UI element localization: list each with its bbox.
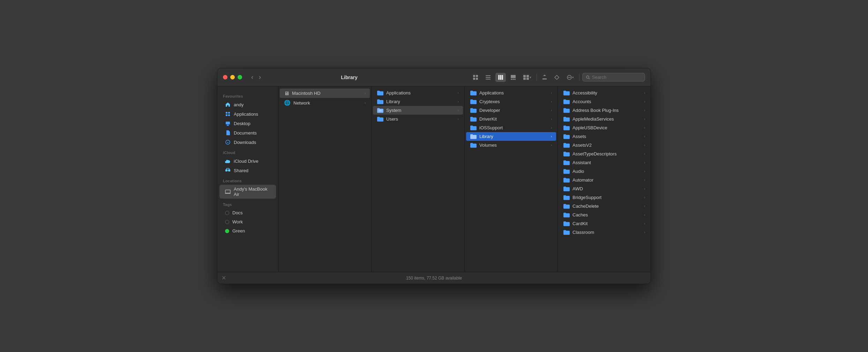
- sidebar-item-andy[interactable]: andy: [219, 100, 276, 109]
- view-columns-button[interactable]: [495, 73, 506, 82]
- file-item-audio[interactable]: Audio ›: [559, 167, 649, 176]
- file-item-assetsv2[interactable]: AssetsV2 ›: [559, 141, 649, 150]
- sidebar-label-desktop: Desktop: [234, 121, 250, 126]
- sidebar-item-applications[interactable]: Applications: [219, 109, 276, 118]
- file-item-applications[interactable]: Applications ›: [373, 89, 463, 97]
- group-button[interactable]: ▾: [521, 73, 534, 82]
- file-item-assettypedesc[interactable]: AssetTypeDescriptors ›: [559, 150, 649, 158]
- folder-icon: [563, 169, 570, 174]
- sidebar-label-applications: Applications: [234, 112, 258, 117]
- divider2: [579, 74, 579, 81]
- status-text: 150 items, 77.52 GB available: [406, 276, 462, 281]
- sidebar-item-downloads[interactable]: Downloads: [219, 138, 276, 147]
- file-item-assets[interactable]: Assets ›: [559, 132, 649, 141]
- sidebar-item-macbook[interactable]: Andy's MacBook Air: [219, 185, 276, 199]
- sidebar-label-docs: Docs: [232, 210, 243, 215]
- file-item-col3-library[interactable]: Library ›: [466, 132, 556, 141]
- sidebar-item-docs-tag[interactable]: Docs: [219, 208, 276, 217]
- file-item-automator[interactable]: Automator ›: [559, 176, 649, 184]
- file-label-developer: Developer: [479, 108, 500, 113]
- zoom-button[interactable]: [238, 75, 242, 79]
- file-item-developer[interactable]: Developer ›: [466, 106, 556, 115]
- file-label-bridgesupport: BridgeSupport: [573, 195, 601, 200]
- view-gallery-button[interactable]: [508, 73, 518, 82]
- main-content: Favourites andy Applications: [217, 86, 651, 272]
- sidebar-item-work-tag[interactable]: Work: [219, 217, 276, 226]
- svg-rect-25: [228, 112, 230, 114]
- tag-button[interactable]: [552, 73, 562, 82]
- sidebar-section-icloud: iCloud: [217, 147, 278, 156]
- titlebar: ‹ › Library: [217, 68, 651, 86]
- chevron-icon: ›: [644, 178, 645, 182]
- home-icon: [225, 102, 231, 107]
- file-item-cryptexes[interactable]: Cryptexes ›: [466, 97, 556, 106]
- file-label-assets: Assets: [573, 134, 586, 139]
- share-button[interactable]: [540, 72, 549, 82]
- column-4: Accessibility › Accounts › Address Book …: [558, 86, 651, 272]
- file-label-assettypedesc: AssetTypeDescriptors: [573, 151, 616, 156]
- hdd-icon-glyph: 🖥: [284, 90, 289, 96]
- file-item-system[interactable]: System ›: [373, 106, 463, 115]
- svg-rect-24: [226, 112, 227, 114]
- close-button[interactable]: [223, 75, 227, 79]
- file-label-caches: Caches: [573, 212, 588, 217]
- status-close-button[interactable]: ✕: [222, 275, 226, 281]
- svg-rect-4: [486, 75, 491, 76]
- chevron-icon-2: ›: [365, 101, 366, 105]
- back-button[interactable]: ‹: [249, 72, 255, 82]
- forward-button[interactable]: ›: [257, 72, 263, 82]
- sidebar-item-shared[interactable]: Shared: [219, 166, 276, 175]
- svg-point-19: [568, 77, 569, 77]
- file-item-bridgesupport[interactable]: BridgeSupport ›: [559, 193, 649, 202]
- downloads-icon: [225, 139, 231, 145]
- folder-icon-selected: [470, 134, 477, 139]
- search-input[interactable]: [592, 75, 641, 80]
- search-box[interactable]: [582, 73, 645, 82]
- window-title: Library: [267, 75, 431, 80]
- applications-icon: [225, 111, 231, 117]
- file-item-awd[interactable]: AWD ›: [559, 184, 649, 193]
- folder-icon: [470, 108, 477, 113]
- file-item-assistant[interactable]: Assistant ›: [559, 158, 649, 167]
- file-item-addressbook[interactable]: Address Book Plug-Ins ›: [559, 106, 649, 115]
- chevron-icon: ›: [644, 126, 645, 130]
- file-item-classroom[interactable]: Classroom ›: [559, 228, 649, 237]
- file-item-caches[interactable]: Caches ›: [559, 211, 649, 219]
- file-item-users[interactable]: Users ›: [373, 115, 463, 123]
- traffic-lights: [223, 75, 242, 79]
- sidebar-label-andy: andy: [234, 102, 244, 107]
- svg-rect-26: [226, 114, 227, 116]
- column-2: Applications › Library › System › Users …: [372, 86, 465, 272]
- sidebar-item-green-tag[interactable]: Green: [219, 227, 276, 235]
- view-grid-button[interactable]: [470, 73, 481, 82]
- file-label-volumes: Volumes: [479, 143, 497, 148]
- svg-point-20: [569, 77, 570, 77]
- sidebar-item-documents[interactable]: Documents: [219, 128, 276, 137]
- svg-rect-10: [511, 75, 516, 78]
- file-item-applemediaservices[interactable]: AppleMediaServices ›: [559, 115, 649, 123]
- folder-icon: [470, 116, 477, 122]
- sidebar-item-icloud-drive[interactable]: iCloud Drive: [219, 156, 276, 166]
- file-item-cardkit[interactable]: CardKit ›: [559, 219, 649, 228]
- chevron-icon: ›: [644, 143, 645, 147]
- minimize-button[interactable]: [230, 75, 235, 79]
- columns-area: 🖥 Macintosh HD › 🌐 Network › Application…: [278, 86, 651, 272]
- file-item-driverkit[interactable]: DriverKit ›: [466, 115, 556, 123]
- file-item-accessibility[interactable]: Accessibility ›: [559, 89, 649, 97]
- file-item-library[interactable]: Library ›: [373, 97, 463, 106]
- file-item-network[interactable]: 🌐 Network ›: [280, 98, 370, 108]
- view-list-button[interactable]: [483, 73, 493, 82]
- more-button[interactable]: ▾: [564, 73, 576, 82]
- svg-rect-11: [511, 79, 512, 80]
- file-item-iossupport[interactable]: iOSSupport ›: [466, 123, 556, 132]
- desktop-icon: [225, 121, 231, 126]
- chevron-icon: ›: [644, 117, 645, 121]
- file-item-accounts[interactable]: Accounts ›: [559, 97, 649, 106]
- file-item-volumes[interactable]: Volumes ›: [466, 141, 556, 150]
- file-item-macintosh-hd[interactable]: 🖥 Macintosh HD ›: [280, 89, 370, 98]
- file-item-col3-applications[interactable]: Applications ›: [466, 89, 556, 97]
- chevron-icon: ›: [458, 91, 459, 95]
- file-item-cachedelete[interactable]: CacheDelete ›: [559, 202, 649, 211]
- file-item-appleusb[interactable]: AppleUSBDevice ›: [559, 123, 649, 132]
- sidebar-item-desktop[interactable]: Desktop: [219, 119, 276, 128]
